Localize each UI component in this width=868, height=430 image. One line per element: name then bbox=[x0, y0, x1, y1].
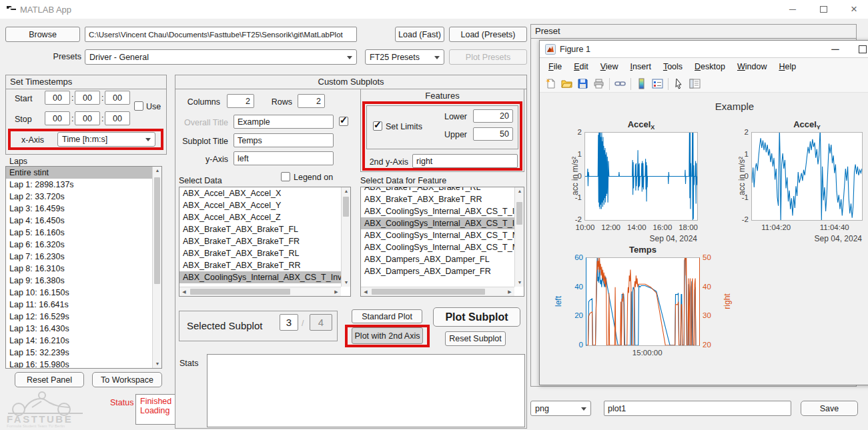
scroll-down-icon[interactable]: ▼ bbox=[153, 360, 162, 368]
list-item[interactable]: ABX_CoolingSys_Internal_ABX_CS_T_InvL bbox=[179, 271, 341, 283]
scrollbar-thumb[interactable] bbox=[190, 289, 290, 295]
list-item[interactable]: Lap 16: 15.980s bbox=[6, 359, 152, 369]
scroll-down-icon[interactable]: ▼ bbox=[342, 279, 351, 287]
list-item[interactable]: ABX_Accel_ABX_Accel_Y bbox=[179, 199, 341, 211]
menu-help[interactable]: Help bbox=[773, 62, 802, 71]
list-item[interactable]: Lap 11: 16.641s bbox=[6, 299, 152, 311]
export-format-dropdown[interactable]: png bbox=[530, 401, 591, 416]
link-plot-icon[interactable] bbox=[614, 78, 626, 89]
scroll-up-icon[interactable]: ▲ bbox=[515, 187, 524, 195]
browse-button[interactable]: Browse bbox=[5, 27, 80, 42]
lower-field[interactable]: 20 bbox=[473, 109, 513, 123]
menu-edit[interactable]: Edit bbox=[568, 62, 594, 71]
stop-second-field[interactable]: 00 bbox=[105, 111, 130, 125]
scrollbar-thumb[interactable] bbox=[343, 197, 349, 217]
list-item[interactable]: ABX_BrakeT_ABX_BrakeT_RL bbox=[361, 187, 514, 193]
plot-subplot-button[interactable]: Plot Subplot bbox=[433, 307, 520, 327]
list-item[interactable]: Lap 10: 16.150s bbox=[6, 287, 152, 299]
list-item[interactable]: ABX_BrakeT_ABX_BrakeT_RR bbox=[179, 259, 341, 271]
list-item[interactable]: ABX_BrakeT_ABX_BrakeT_FR bbox=[179, 235, 341, 247]
list-item[interactable]: ABX_BrakeT_ABX_BrakeT_RL bbox=[179, 247, 341, 259]
insert-legend-icon[interactable] bbox=[652, 78, 663, 89]
path-input[interactable]: C:\Users\Vincent Chau\Documents\Fasttube… bbox=[85, 27, 357, 42]
menu-tools[interactable]: Tools bbox=[657, 62, 689, 71]
overall-title-checkbox[interactable]: ✓ bbox=[339, 117, 348, 126]
start-second-field[interactable]: 00 bbox=[105, 91, 130, 105]
list-item[interactable]: Lap 14: 16.210s bbox=[6, 335, 152, 347]
stop-hour-field[interactable]: 00 bbox=[45, 111, 70, 125]
list-item[interactable]: Lap 1: 2898.137s bbox=[6, 179, 152, 191]
menu-file[interactable]: File bbox=[542, 62, 568, 71]
accel-x-plot[interactable]: 210-1-210:0012:0014:0016:0018:00Sep 04, … bbox=[584, 132, 698, 221]
menu-desktop[interactable]: Desktop bbox=[689, 62, 731, 71]
load-fast-button[interactable]: Load (Fast) bbox=[395, 27, 444, 42]
start-hour-field[interactable]: 00 bbox=[45, 91, 70, 105]
figure-maximize-button[interactable] bbox=[859, 45, 867, 53]
stop-minute-field[interactable]: 00 bbox=[75, 111, 100, 125]
overall-title-field[interactable]: Example bbox=[234, 115, 334, 129]
reset-subplot-button[interactable]: Reset Subplot bbox=[445, 331, 506, 346]
menu-insert[interactable]: Insert bbox=[624, 62, 657, 71]
list-item[interactable]: Lap 9: 16.380s bbox=[6, 275, 152, 287]
plot-with-2nd-axis-button[interactable]: Plot with 2nd Axis bbox=[352, 327, 423, 344]
list-item[interactable]: Lap 7: 16.230s bbox=[6, 251, 152, 263]
set-limits-checkbox[interactable]: ✓ bbox=[373, 121, 382, 131]
scroll-right-icon[interactable]: ▶ bbox=[332, 288, 341, 296]
selected-subplot-field[interactable]: 3 bbox=[280, 314, 298, 331]
menu-window[interactable]: Window bbox=[731, 62, 773, 71]
list-item[interactable]: Lap 2: 33.720s bbox=[6, 191, 152, 203]
start-minute-field[interactable]: 00 bbox=[75, 91, 100, 105]
y-axis-field[interactable]: left bbox=[234, 151, 334, 165]
feature-data-vscrollbar[interactable]: ▲ ▼ bbox=[514, 187, 524, 287]
list-item[interactable]: ABX_Dampers_ABX_Damper_FR bbox=[361, 265, 514, 277]
rows-field[interactable]: 2 bbox=[298, 94, 325, 108]
preset-dropdown[interactable]: Driver - General bbox=[85, 49, 357, 65]
list-item[interactable]: Entire stint bbox=[6, 167, 152, 179]
new-figure-icon[interactable] bbox=[545, 78, 556, 89]
to-workspace-button[interactable]: To Workspace bbox=[92, 372, 162, 387]
print-figure-icon[interactable] bbox=[593, 78, 604, 89]
list-item[interactable]: Lap 15: 32.239s bbox=[6, 347, 152, 359]
save-button[interactable]: Save bbox=[801, 401, 858, 416]
scroll-down-icon[interactable]: ▼ bbox=[515, 279, 524, 287]
upper-field[interactable]: 50 bbox=[473, 127, 513, 141]
temps-plot[interactable]: 6040200left50403020right15:00:00Temps bbox=[586, 257, 700, 346]
accel-y-plot[interactable]: 210-1-211:04:2011:04:40Sep 04, 2024acc i… bbox=[751, 132, 863, 221]
scroll-left-icon[interactable]: ◀ bbox=[361, 288, 370, 296]
scroll-right-icon[interactable]: ▶ bbox=[505, 288, 514, 296]
list-item[interactable]: Lap 13: 16.430s bbox=[6, 323, 152, 335]
scrollbar-thumb[interactable] bbox=[154, 177, 160, 284]
select-data-vscrollbar[interactable]: ▲ ▼ bbox=[341, 187, 350, 287]
standard-plot-button[interactable]: Standard Plot bbox=[352, 309, 422, 323]
scroll-up-icon[interactable]: ▲ bbox=[342, 187, 351, 195]
second-y-axis-field[interactable]: right bbox=[412, 154, 518, 168]
ft25-presets-dropdown[interactable]: FT25 Presets bbox=[365, 49, 444, 65]
list-item[interactable]: ABX_CoolingSys_Internal_ABX_CS_T_InvL bbox=[361, 205, 514, 217]
close-button[interactable]: × bbox=[841, 0, 867, 19]
reset-panel-button[interactable]: Reset Panel bbox=[15, 372, 84, 387]
list-item[interactable]: ABX_BrakeT_ABX_BrakeT_RR bbox=[361, 193, 514, 205]
open-file-icon[interactable] bbox=[561, 78, 572, 89]
list-item[interactable]: ABX_CoolingSys_Internal_ABX_CS_T_InvL bbox=[361, 217, 514, 229]
load-presets-button[interactable]: Load (Presets) bbox=[449, 27, 527, 42]
list-item[interactable]: Lap 6: 16.320s bbox=[6, 239, 152, 251]
list-item[interactable]: ABX_CoolingSys_Internal_ABX_CS_T_Mo bbox=[361, 241, 514, 253]
minimize-button[interactable]: ─ bbox=[779, 0, 806, 19]
list-item[interactable]: ABX_Accel_ABX_Accel_Z bbox=[179, 211, 341, 223]
scrollbar-thumb[interactable] bbox=[516, 202, 522, 225]
insert-colorbar-icon[interactable] bbox=[636, 78, 647, 89]
plot-presets-button[interactable]: Plot Presets bbox=[449, 49, 527, 65]
list-item[interactable]: Lap 3: 16.459s bbox=[6, 203, 152, 215]
laps-scrollbar[interactable]: ▲ ▼ bbox=[152, 167, 161, 368]
subplot-title-field[interactable]: Temps bbox=[234, 133, 334, 147]
x-axis-dropdown[interactable]: Time [h:m:s] bbox=[57, 132, 155, 147]
list-item[interactable]: Lap 12: 16.529s bbox=[6, 311, 152, 323]
list-item[interactable]: ABX_Accel_ABX_Accel_X bbox=[179, 187, 341, 199]
feature-data-hscrollbar[interactable]: ◀ ▶ bbox=[361, 287, 514, 296]
list-item[interactable]: ABX_BrakeT_ABX_BrakeT_FL bbox=[179, 223, 341, 235]
legend-on-checkbox[interactable] bbox=[281, 172, 290, 181]
property-inspector-icon[interactable] bbox=[689, 78, 701, 89]
export-filename-field[interactable]: plot1 bbox=[604, 401, 791, 416]
list-item[interactable]: ABX_CoolingSys_Internal_ABX_CS_T_Mo bbox=[361, 229, 514, 241]
maximize-button[interactable] bbox=[810, 0, 837, 19]
